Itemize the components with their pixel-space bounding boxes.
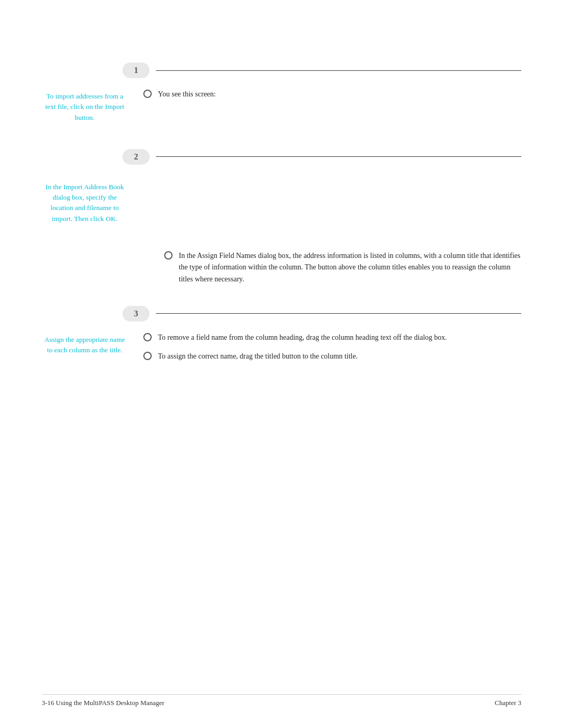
step-1-bullet-text-1: You see this screen: xyxy=(158,89,521,100)
step-section-2: 2 In the Import Address Book dialog box,… xyxy=(42,149,521,224)
step-section-3: 3 Assign the appropriate name to each co… xyxy=(42,306,521,370)
middle-note-section: In the Assign Field Names dialog box, th… xyxy=(154,250,521,285)
step-3-line xyxy=(156,313,521,314)
step-1-line xyxy=(156,70,521,71)
step-1-label: To import addresses from a text file, cl… xyxy=(42,89,133,123)
step-2-badge: 2 xyxy=(123,149,150,165)
step-2-line xyxy=(156,156,521,157)
footer-left-text: 3-16 Using the MultiPASS Desktop Manager xyxy=(42,699,164,707)
page-container: 1 To import addresses from a text file, … xyxy=(0,0,563,728)
footer-right-text: Chapter 3 xyxy=(495,699,521,707)
step-3-content: Assign the appropriate name to each colu… xyxy=(42,332,521,370)
step-3-header: 3 xyxy=(42,306,521,322)
step-3-badge: 3 xyxy=(123,306,150,322)
step-section-1: 1 To import addresses from a text file, … xyxy=(42,63,521,123)
middle-note-bullet-1: In the Assign Field Names dialog box, th… xyxy=(164,250,521,285)
step-3-bullet-2: To assign the correct name, drag the tit… xyxy=(143,351,521,362)
step-2-header: 2 xyxy=(42,149,521,165)
step-1-badge: 1 xyxy=(123,63,150,78)
step-1-bullet-1: You see this screen: xyxy=(143,89,521,100)
step-3-label: Assign the appropriate name to each colu… xyxy=(42,332,133,356)
middle-note-text-1: In the Assign Field Names dialog box, th… xyxy=(179,250,521,285)
step-1-header: 1 xyxy=(42,63,521,78)
step-1-content: To import addresses from a text file, cl… xyxy=(42,89,521,123)
step-2-label: In the Import Address Book dialog box, s… xyxy=(42,179,133,224)
bullet-circle-icon xyxy=(143,90,152,98)
step-3-bullet-text-2: To assign the correct name, drag the tit… xyxy=(158,351,521,362)
step-3-bullet-1: To remove a field name from the column h… xyxy=(143,332,521,343)
page-footer: 3-16 Using the MultiPASS Desktop Manager… xyxy=(42,694,521,707)
bullet-circle-icon xyxy=(164,251,173,260)
step-2-content: In the Import Address Book dialog box, s… xyxy=(42,175,521,224)
bullet-circle-icon xyxy=(143,333,152,341)
step-3-bullet-text-1: To remove a field name from the column h… xyxy=(158,332,521,343)
step-1-right: You see this screen: xyxy=(133,89,521,107)
bullet-circle-icon xyxy=(143,352,152,360)
step-3-right: To remove a field name from the column h… xyxy=(133,332,521,370)
